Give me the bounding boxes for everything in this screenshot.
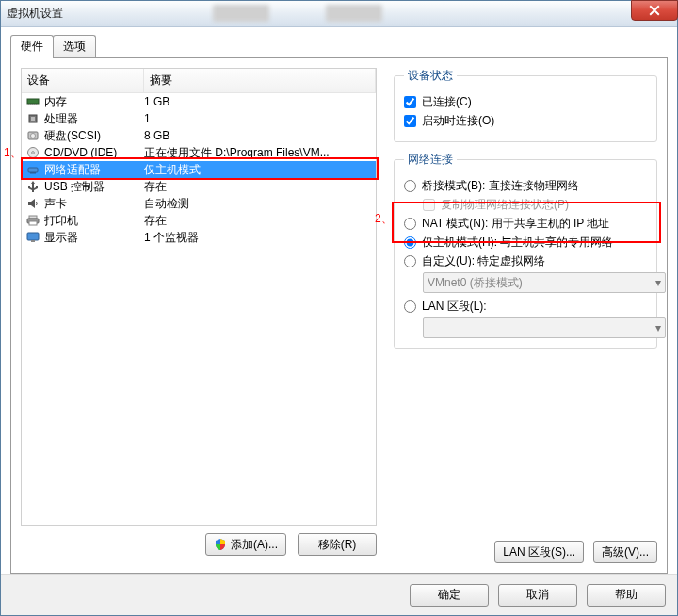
connected-input[interactable]: [404, 96, 416, 108]
lan-segment-label: LAN 区段(L):: [422, 299, 487, 315]
svg-point-11: [32, 152, 35, 154]
network-connection-legend: 网络连接: [404, 152, 457, 168]
svg-rect-3: [32, 104, 33, 105]
nat-radio[interactable]: NAT 模式(N): 用于共享主机的 IP 地址: [404, 216, 647, 232]
nat-input[interactable]: [404, 218, 416, 230]
device-summary: 8 GB: [144, 129, 372, 142]
svg-rect-2: [30, 104, 31, 105]
custom-label: 自定义(U): 特定虚拟网络: [422, 253, 545, 269]
device-name: USB 控制器: [44, 179, 144, 195]
device-row[interactable]: 网络适配器仅主机模式: [22, 161, 376, 178]
sound-icon: [25, 196, 40, 211]
device-name: 处理器: [44, 111, 144, 127]
titlebar-blur: [326, 5, 382, 22]
device-summary: 自动检测: [144, 196, 372, 212]
tab-options[interactable]: 选项: [53, 35, 96, 57]
memory-icon: [25, 94, 40, 109]
device-name: 显示器: [44, 230, 144, 246]
lan-segment-radio[interactable]: LAN 区段(L):: [404, 299, 647, 315]
device-row[interactable]: 硬盘(SCSI)8 GB: [22, 127, 376, 144]
svg-rect-7: [31, 117, 35, 121]
device-summary: 正在使用文件 D:\Program Files\VM...: [144, 145, 372, 161]
network-connection-group: 网络连接 桥接模式(B): 直接连接物理网络 复制物理网络连接状态(P) NAT…: [394, 152, 657, 349]
annotation-1: 1、: [4, 145, 22, 161]
cd-icon: [25, 145, 40, 160]
device-row[interactable]: USB 控制器存在: [22, 178, 376, 195]
tabstrip: 硬件 选项: [10, 35, 668, 57]
custom-input[interactable]: [404, 255, 416, 267]
device-pane: 1、 设备 摘要 内存1 GB处理器1硬盘(SCSI)8 GBCD/DVD (I…: [21, 68, 377, 563]
replicate-checkbox: 复制物理网络连接状态(P): [423, 197, 647, 213]
cpu-icon: [25, 111, 40, 126]
device-row[interactable]: CD/DVD (IDE)正在使用文件 D:\Program Files\VM..…: [22, 144, 376, 161]
tab-hardware[interactable]: 硬件: [10, 35, 54, 58]
hostonly-input[interactable]: [404, 236, 416, 249]
cancel-button[interactable]: 取消: [498, 584, 577, 607]
chevron-down-icon: ▾: [655, 321, 661, 334]
network-icon: [25, 162, 40, 177]
printer-icon: [25, 213, 40, 228]
connect-poweron-checkbox[interactable]: 启动时连接(O): [404, 113, 647, 129]
advanced-button[interactable]: 高级(V)...: [593, 541, 657, 563]
device-name: 硬盘(SCSI): [44, 128, 144, 144]
chevron-down-icon: ▾: [655, 276, 661, 289]
device-summary: 仅主机模式: [144, 162, 372, 178]
custom-network-value: VMnet0 (桥接模式): [428, 275, 523, 291]
bridged-radio[interactable]: 桥接模式(B): 直接连接物理网络: [404, 178, 647, 194]
custom-network-select: VMnet0 (桥接模式) ▾: [423, 272, 666, 293]
nat-label: NAT 模式(N): 用于共享主机的 IP 地址: [422, 216, 609, 232]
properties-pane: 2、 设备状态 已连接(C) 启动时连接(O) 网络连接: [394, 68, 657, 563]
device-name: 网络适配器: [44, 162, 144, 178]
window-title: 虚拟机设置: [7, 6, 63, 22]
replicate-input: [423, 199, 435, 211]
add-button-label: 添加(A)...: [231, 537, 278, 553]
remove-button[interactable]: 移除(R): [298, 533, 377, 556]
hostonly-radio[interactable]: 仅主机模式(H): 与主机共享的专用网络: [404, 235, 647, 251]
device-row[interactable]: 打印机存在: [22, 212, 376, 229]
connected-checkbox[interactable]: 已连接(C): [404, 94, 647, 110]
bridged-input[interactable]: [404, 180, 416, 192]
device-status-legend: 设备状态: [404, 68, 457, 84]
device-name: CD/DVD (IDE): [44, 146, 144, 159]
svg-rect-17: [27, 233, 39, 240]
device-row[interactable]: 内存1 GB: [22, 93, 376, 110]
device-list: 设备 摘要 内存1 GB处理器1硬盘(SCSI)8 GBCD/DVD (IDE)…: [21, 68, 377, 526]
connected-label: 已连接(C): [422, 94, 472, 110]
display-icon: [25, 230, 40, 245]
device-row[interactable]: 显示器1 个监视器: [22, 229, 376, 246]
device-name: 打印机: [44, 213, 144, 229]
annotation-2: 2、: [375, 211, 393, 227]
device-buttons: 添加(A)... 移除(R): [21, 526, 377, 563]
device-rows: 内存1 GB处理器1硬盘(SCSI)8 GBCD/DVD (IDE)正在使用文件…: [22, 93, 376, 246]
svg-rect-1: [28, 104, 29, 105]
lan-segment-input[interactable]: [404, 300, 416, 313]
add-button[interactable]: 添加(A)...: [205, 533, 286, 556]
device-status-group: 设备状态 已连接(C) 启动时连接(O): [394, 68, 657, 142]
col-device[interactable]: 设备: [22, 69, 144, 92]
ok-button[interactable]: 确定: [410, 584, 489, 607]
svg-rect-13: [30, 172, 36, 174]
hostonly-label: 仅主机模式(H): 与主机共享的专用网络: [422, 235, 613, 251]
col-summary[interactable]: 摘要: [144, 69, 376, 92]
svg-rect-4: [34, 104, 35, 105]
close-button[interactable]: [631, 0, 678, 21]
network-extra-buttons: LAN 区段(S)... 高级(V)...: [394, 535, 657, 563]
device-row[interactable]: 声卡自动检测: [22, 195, 376, 212]
close-icon: [649, 5, 660, 16]
lan-segments-button[interactable]: LAN 区段(S)...: [494, 541, 584, 563]
replicate-label: 复制物理网络连接状态(P): [441, 197, 569, 213]
svg-point-9: [31, 134, 36, 138]
tab-panel: 1、 设备 摘要 内存1 GB处理器1硬盘(SCSI)8 GBCD/DVD (I…: [10, 57, 668, 574]
device-row[interactable]: 处理器1: [22, 110, 376, 127]
dialog-body: 硬件 选项 1、 设备 摘要 内存1 GB处理器1硬盘(SCSI)8 GBCD/…: [1, 27, 677, 574]
titlebar-blur: [213, 5, 269, 22]
shield-icon: [214, 538, 227, 551]
help-button[interactable]: 帮助: [587, 584, 666, 607]
connect-poweron-input[interactable]: [404, 115, 416, 127]
connect-poweron-label: 启动时连接(O): [422, 113, 494, 129]
device-summary: 1 GB: [144, 95, 372, 108]
usb-icon: [25, 179, 40, 194]
bridged-label: 桥接模式(B): 直接连接物理网络: [422, 178, 579, 194]
device-name: 声卡: [44, 196, 144, 212]
custom-radio[interactable]: 自定义(U): 特定虚拟网络: [404, 253, 647, 269]
